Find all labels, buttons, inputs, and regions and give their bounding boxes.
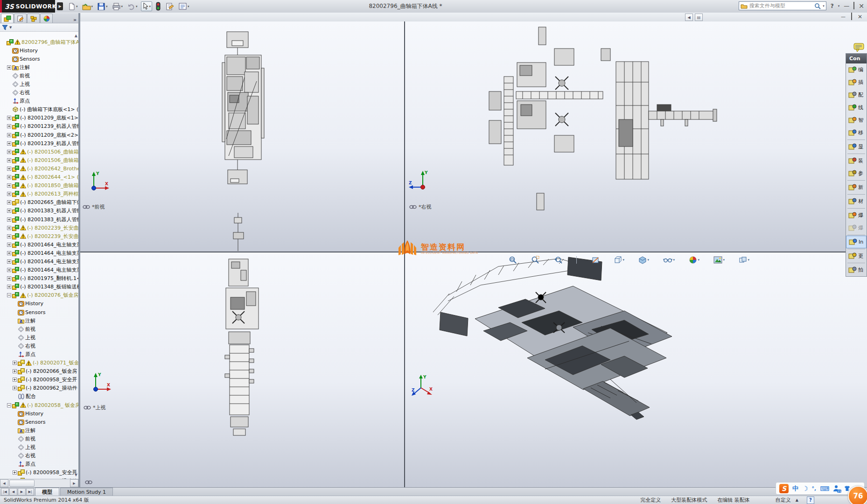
tab-scroll-left-button[interactable]: ◀ xyxy=(9,488,17,496)
filter-funnel-icon[interactable] xyxy=(2,24,8,30)
tree-row[interactable]: (-) 82001239_机器人管线 xyxy=(0,139,78,147)
tree-row[interactable]: (-) 82000958_安全开 xyxy=(0,376,78,384)
search-dropdown-icon[interactable]: ▾ xyxy=(823,4,825,8)
options-button[interactable]: ▾ xyxy=(177,2,190,11)
tree-row[interactable]: History xyxy=(0,300,78,308)
expand-icon[interactable] xyxy=(12,386,17,390)
tree-row[interactable]: (-) 82001506_曲轴箱 xyxy=(0,156,78,164)
expand-icon[interactable] xyxy=(7,158,11,162)
tree-row[interactable]: (-) 82001239_机器人管线 xyxy=(0,122,78,131)
tree-row[interactable]: (-) 82001464_电主轴支架 xyxy=(0,266,78,274)
tree-row[interactable]: 前视 xyxy=(0,325,78,333)
tree-row[interactable]: (-) 82001975_翻转机.1<1 xyxy=(0,274,78,283)
tree-row[interactable]: 原点 xyxy=(0,97,78,105)
tree-row[interactable]: Sensors xyxy=(0,418,78,426)
expand-icon[interactable] xyxy=(7,175,11,179)
instant3d-button[interactable]: In xyxy=(846,236,867,248)
expand-icon[interactable] xyxy=(7,133,11,137)
ime-login-icon[interactable]: 25 xyxy=(833,485,840,492)
assembly-features-button[interactable]: 装 xyxy=(846,154,867,167)
tree-row[interactable]: (-) 82002665_曲轴箱下体 xyxy=(0,198,78,207)
tree-row[interactable]: A注解 xyxy=(0,426,78,434)
tree-scroll-up-icon[interactable]: ▲ xyxy=(75,34,77,38)
panel-expand-chevron[interactable]: » xyxy=(73,17,77,23)
save-button[interactable]: ▾ xyxy=(96,2,109,11)
zoom-area-button[interactable] xyxy=(531,256,539,264)
tree-row[interactable]: A注解 xyxy=(0,63,78,71)
expand-icon[interactable] xyxy=(7,259,11,264)
tree-row[interactable]: Sensors xyxy=(0,308,78,316)
tree-row[interactable]: 上视 xyxy=(0,443,78,452)
expand-icon[interactable] xyxy=(7,116,11,120)
view-orientation-button[interactable]: ▾ xyxy=(614,256,624,264)
comment-flyout-button[interactable] xyxy=(853,43,865,52)
ime-fullhalf-moon-icon[interactable]: ☽ xyxy=(802,485,808,492)
expand-icon[interactable] xyxy=(7,150,11,154)
tree-row[interactable]: (-) 82001506_曲轴箱 xyxy=(0,147,78,156)
show-hidden-components-button[interactable]: 显 xyxy=(846,140,867,153)
tab-motion-study[interactable]: Motion Study 1 xyxy=(60,488,113,496)
expand-icon[interactable] xyxy=(7,200,11,204)
restore-button[interactable] xyxy=(853,3,854,9)
take-snapshot-button[interactable]: 拍 xyxy=(846,264,867,276)
tab-displaymanager[interactable] xyxy=(40,14,53,23)
tree-row[interactable]: (-) 82002644_<1> (默 xyxy=(0,173,78,182)
rebuild-button[interactable] xyxy=(154,1,162,11)
undo-button[interactable]: ▾ xyxy=(126,2,139,11)
expand-icon[interactable] xyxy=(7,226,11,230)
tab-featuremanager[interactable] xyxy=(1,14,14,23)
scroll-left-icon[interactable]: ◀ xyxy=(0,479,8,487)
tree-horizontal-scrollbar[interactable]: ◀ ▶ xyxy=(0,479,78,487)
expand-icon[interactable] xyxy=(7,217,11,222)
expand-icon[interactable] xyxy=(7,243,11,247)
tree-row[interactable]: (-) 82002239_长安曲 xyxy=(0,232,78,240)
tree-row[interactable]: (-) 82002613_两种框 xyxy=(0,190,78,198)
tree-row[interactable]: (-) 曲轴箱下体底板<1> ( xyxy=(0,105,78,114)
custom-status-button[interactable]: 自定义 xyxy=(776,497,791,504)
tree-row[interactable]: 右视 xyxy=(0,452,78,460)
apply-scene-button[interactable]: ▾ xyxy=(713,256,725,264)
search-input[interactable]: 搜索文件与模型 ▾ xyxy=(739,1,826,10)
viewport-top[interactable]: Y X xyxy=(80,252,404,487)
hide-show-items-button[interactable]: ▾ xyxy=(663,256,675,264)
quick-tips-button[interactable]: ? xyxy=(807,497,814,504)
previous-view-button[interactable] xyxy=(554,256,562,264)
select-button[interactable]: ▾ xyxy=(141,1,153,11)
view-settings-button[interactable]: ▾ xyxy=(739,256,749,264)
panel-splitter[interactable] xyxy=(78,13,80,487)
display-style-button[interactable]: ▾ xyxy=(638,256,649,264)
tree-row[interactable]: History xyxy=(0,46,78,55)
search-icon[interactable] xyxy=(814,3,821,9)
expand-icon[interactable] xyxy=(7,209,11,213)
tree-row[interactable]: (-) 82000962_操动件 xyxy=(0,477,78,479)
tree-row[interactable]: 82002796_曲轴箱下体A线 xyxy=(0,38,78,46)
expand-icon[interactable] xyxy=(12,378,17,382)
help-dropdown-icon[interactable]: ▾ xyxy=(838,4,840,8)
minimize-button[interactable]: — xyxy=(844,3,849,9)
smart-fasteners-button[interactable]: 智 xyxy=(846,114,867,126)
doc-minimize-button[interactable]: — xyxy=(841,14,846,20)
tree-row[interactable]: Sensors xyxy=(0,55,78,63)
tree-row[interactable]: 原点 xyxy=(0,350,78,358)
ime-soft-keyboard-icon[interactable]: ⌨ xyxy=(820,485,829,492)
expand-icon[interactable] xyxy=(7,192,11,196)
doc-close-button[interactable]: ✕ xyxy=(858,14,862,20)
viewport-front[interactable]: Y X xyxy=(80,21,404,252)
tree-row[interactable]: (-) 82001464_电主轴支架 xyxy=(0,240,78,249)
collapse-icon[interactable] xyxy=(7,403,11,407)
file-properties-button[interactable] xyxy=(164,2,175,11)
section-view-button[interactable] xyxy=(591,256,600,264)
viewport-isometric[interactable]: Y X Z xyxy=(405,252,867,487)
tab-scroll-right-button[interactable]: ▶ xyxy=(18,488,26,496)
expand-icon[interactable] xyxy=(7,268,11,272)
doc-restore-button[interactable] xyxy=(851,14,852,20)
pane-menu-button[interactable]: ▤ xyxy=(695,14,703,21)
tree-row[interactable]: A注解 xyxy=(0,316,78,325)
tree-row[interactable]: (-) 82000958_安全开 xyxy=(0,469,78,477)
bill-of-materials-button[interactable]: 材 xyxy=(846,195,867,208)
expand-icon[interactable] xyxy=(7,285,11,289)
tree-row[interactable]: (-) 82001383_机器人管线 xyxy=(0,215,78,224)
tree-row[interactable]: 前视 xyxy=(0,434,78,443)
tree-row[interactable]: (-) 82002076_钣金房组 xyxy=(0,291,78,300)
open-button[interactable]: ▾ xyxy=(81,2,94,11)
